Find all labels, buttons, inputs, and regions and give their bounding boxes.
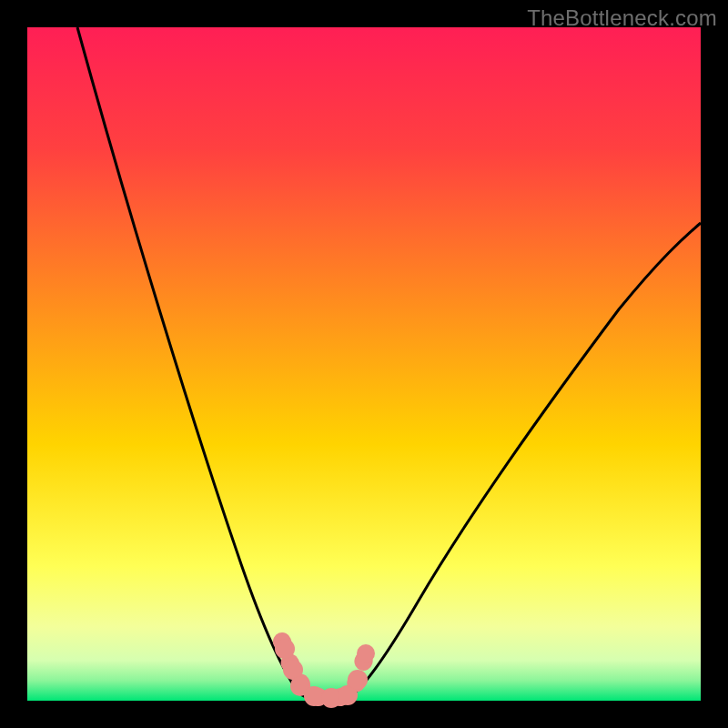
plot-area bbox=[27, 27, 701, 701]
right-curve bbox=[350, 223, 701, 696]
raw-point bbox=[357, 644, 375, 662]
raw-point bbox=[348, 670, 368, 690]
chart-frame: TheBottleneck.com bbox=[0, 0, 728, 728]
left-curve bbox=[77, 27, 314, 698]
curve-layer bbox=[27, 27, 701, 701]
watermark-text: TheBottleneck.com bbox=[527, 5, 717, 31]
raw-point bbox=[304, 686, 324, 706]
raw-point bbox=[275, 639, 295, 659]
